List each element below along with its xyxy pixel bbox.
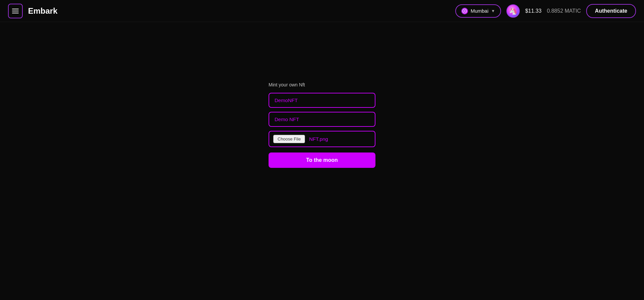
nft-name-input[interactable] [269,93,375,108]
network-icon [461,8,468,14]
nft-description-input[interactable] [269,112,375,127]
avatar-image [507,5,519,17]
choose-file-button[interactable]: Choose File [273,135,305,143]
network-selector[interactable]: Mumbai ▼ [455,4,501,18]
menu-line-1 [12,9,19,9]
menu-line-3 [12,13,19,13]
menu-button[interactable] [8,4,23,18]
avatar[interactable] [506,4,520,18]
network-label: Mumbai [471,8,488,14]
menu-line-2 [12,11,19,11]
file-input-wrapper: Choose File NFT.png [269,131,375,147]
main-content: Mint your own Nft Choose File NFT.png To… [0,22,644,168]
form-title: Mint your own Nft [269,82,375,87]
mint-form: Mint your own Nft Choose File NFT.png To… [269,82,375,168]
header-left: Embark [8,4,57,18]
header: Embark Mumbai ▼ $11.33 0.8852 MATIC Auth… [0,0,644,22]
mint-submit-button[interactable]: To the moon [269,153,375,168]
chevron-down-icon: ▼ [491,9,495,13]
header-right: Mumbai ▼ $11.33 0.8852 MATIC Authenticat… [455,4,636,18]
balance-usd: $11.33 [525,8,541,14]
authenticate-button[interactable]: Authenticate [586,4,636,18]
file-name-display: NFT.png [309,136,328,142]
app-title: Embark [28,6,57,16]
balance-matic: 0.8852 MATIC [547,8,581,14]
